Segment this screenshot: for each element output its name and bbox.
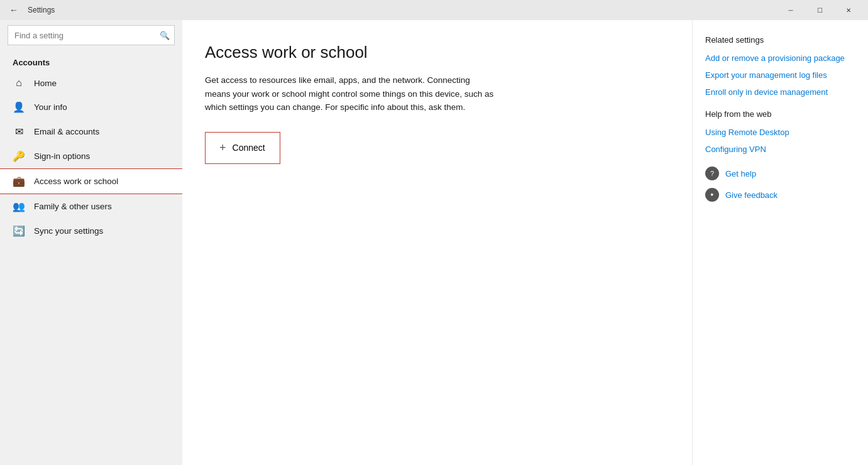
get-help-item[interactable]: ? Get help bbox=[705, 167, 855, 180]
sidebar-item-family[interactable]: 👥 Family & other users bbox=[0, 194, 182, 219]
enroll-device-link[interactable]: Enroll only in device management bbox=[705, 87, 855, 97]
related-settings-title: Related settings bbox=[705, 35, 855, 45]
sidebar-item-label-home: Home bbox=[34, 79, 57, 88]
back-button[interactable]: ← bbox=[5, 1, 23, 19]
content-description: Get access to resources like email, apps… bbox=[205, 74, 494, 114]
give-feedback-icon: ✦ bbox=[705, 188, 719, 202]
give-feedback-link[interactable]: Give feedback bbox=[725, 190, 777, 200]
plus-icon: + bbox=[219, 141, 226, 155]
back-icon: ← bbox=[9, 5, 18, 15]
help-title: Help from the web bbox=[705, 109, 855, 119]
sidebar-item-label-sync: Sync your settings bbox=[34, 226, 103, 236]
main-content: Access work or school Get access to reso… bbox=[182, 20, 692, 465]
sidebar-item-label-email: Email & accounts bbox=[34, 127, 99, 136]
configuring-vpn-link[interactable]: Configuring VPN bbox=[705, 145, 855, 154]
sync-icon: 🔄 bbox=[13, 225, 25, 237]
home-icon: ⌂ bbox=[13, 77, 25, 89]
sidebar-item-your-info[interactable]: 👤 Your info bbox=[0, 95, 182, 119]
maximize-button[interactable]: ☐ bbox=[805, 0, 834, 20]
sidebar: 🔍 Accounts ⌂ Home 👤 Your info ✉ Email & … bbox=[0, 20, 182, 465]
export-log-link[interactable]: Export your management log files bbox=[705, 70, 855, 80]
window-controls: ─ ☐ ✕ bbox=[776, 0, 863, 20]
remote-desktop-link[interactable]: Using Remote Desktop bbox=[705, 128, 855, 137]
briefcase-icon: 💼 bbox=[13, 175, 25, 187]
sidebar-item-label-signin: Sign-in options bbox=[34, 151, 90, 161]
close-button[interactable]: ✕ bbox=[834, 0, 863, 20]
get-help-link[interactable]: Get help bbox=[725, 169, 756, 178]
users-icon: 👥 bbox=[13, 200, 25, 212]
minimize-button[interactable]: ─ bbox=[776, 0, 805, 20]
person-icon: 👤 bbox=[13, 101, 25, 113]
add-remove-package-link[interactable]: Add or remove a provisioning package bbox=[705, 53, 855, 63]
page-title: Access work or school bbox=[205, 43, 667, 62]
search-container: 🔍 bbox=[8, 25, 175, 45]
sidebar-item-email-accounts[interactable]: ✉ Email & accounts bbox=[0, 119, 182, 144]
connect-label: Connect bbox=[233, 143, 265, 153]
email-icon: ✉ bbox=[13, 126, 25, 138]
sidebar-item-sync[interactable]: 🔄 Sync your settings bbox=[0, 219, 182, 243]
sidebar-section-title: Accounts bbox=[0, 53, 182, 71]
sidebar-item-label-access: Access work or school bbox=[34, 177, 118, 186]
sidebar-item-label-your-info: Your info bbox=[34, 102, 67, 112]
titlebar: ← Settings ─ ☐ ✕ bbox=[0, 0, 868, 20]
right-panel: Related settings Add or remove a provisi… bbox=[692, 20, 868, 465]
section-divider: Help from the web bbox=[705, 109, 855, 119]
connect-button[interactable]: + Connect bbox=[205, 132, 280, 164]
key-icon: 🔑 bbox=[13, 150, 25, 162]
sidebar-item-home[interactable]: ⌂ Home bbox=[0, 71, 182, 95]
sidebar-item-access-work[interactable]: 💼 Access work or school bbox=[0, 168, 182, 194]
get-help-icon: ? bbox=[705, 167, 719, 180]
app-title: Settings bbox=[28, 6, 776, 14]
sidebar-item-label-family: Family & other users bbox=[34, 202, 112, 211]
search-input[interactable] bbox=[8, 25, 175, 45]
give-feedback-item[interactable]: ✦ Give feedback bbox=[705, 188, 855, 202]
app-body: 🔍 Accounts ⌂ Home 👤 Your info ✉ Email & … bbox=[0, 20, 868, 465]
sidebar-item-sign-in[interactable]: 🔑 Sign-in options bbox=[0, 144, 182, 168]
